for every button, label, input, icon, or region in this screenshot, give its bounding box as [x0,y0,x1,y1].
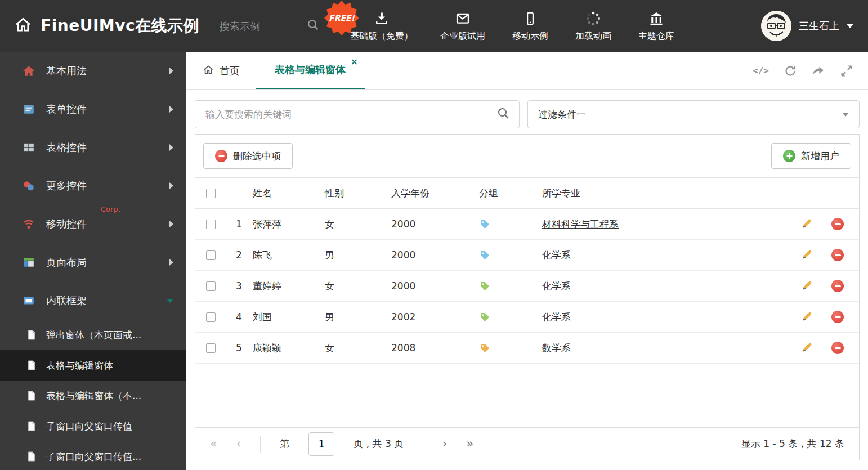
chevron-right-icon [169,221,173,227]
minus-circle-icon [215,150,227,162]
divider [423,436,423,453]
add-user-button[interactable]: 新增用户 [771,143,851,169]
tab-label: 表格与编辑窗体 [275,63,346,77]
row-checkbox[interactable] [206,312,216,322]
sidebar-subitem-child-to-parent[interactable]: 子窗口向父窗口传值 [0,411,186,441]
sidebar-item-page-layout[interactable]: 页面布局 [0,243,186,281]
share-forward-icon[interactable] [812,64,825,78]
cell-gender: 女 [325,218,391,231]
nav-label: 企业版试用 [440,30,485,42]
sidebar-subitem-grid-edit-window-2[interactable]: 表格与编辑窗体（不... [0,381,186,411]
envelope-icon [455,10,471,26]
sidebar-item-label: 表单控件 [46,102,87,116]
sidebar-item-basic-usage[interactable]: 基本用法 [0,52,186,90]
delete-row-button[interactable] [822,280,853,292]
cell-major-link[interactable]: 数学系 [542,342,571,353]
user-menu[interactable]: 三生石上 [761,11,853,41]
row-number: 5 [230,342,253,353]
close-icon[interactable]: × [351,56,358,67]
tag-icon [479,249,490,261]
source-code-icon[interactable]: </> [753,65,769,76]
top-bar: FineUIMvc在线示例 FREE! 基础版（免费） 企业版试用 [0,0,868,52]
header-search-input[interactable] [218,20,297,33]
row-checkbox[interactable] [206,343,216,353]
nav-label: 基础版（免费） [350,30,413,42]
nav-item-basic-free[interactable]: FREE! 基础版（免费） [350,10,413,42]
cell-major-link[interactable]: 化学系 [542,311,571,323]
edit-row-button[interactable] [793,310,822,324]
record-summary: 显示 1 - 5 条 , 共 12 条 [741,437,844,450]
cell-major-link[interactable]: 材料科学与工程系 [542,218,619,230]
select-all-checkbox[interactable] [206,189,216,198]
plus-circle-icon [783,150,795,162]
edit-row-button[interactable] [793,217,822,231]
cell-name: 康颖颖 [253,342,325,355]
sidebar-item-form-controls[interactable]: 表单控件 [0,90,186,128]
search-icon[interactable] [496,106,510,122]
prev-page-button[interactable]: ‹ [236,438,241,450]
first-page-button[interactable]: « [210,438,217,450]
sidebar-item-grid-controls[interactable]: 表格控件 [0,128,186,167]
grid-toolbar: 删除选中项 新增用户 [195,135,859,177]
sidebar-item-mobile-controls[interactable]: 移动控件 Corp. [0,205,186,243]
col-header-name: 姓名 [253,187,325,200]
file-icon [26,451,37,462]
signal-icon [23,218,35,230]
corp-badge: Corp. [101,205,120,213]
nav-item-theme-store[interactable]: 主题仓库 [638,10,674,42]
chevron-right-icon [169,68,173,74]
sidebar-subitem-popup-window[interactable]: 弹出窗体（本页面或... [0,320,186,350]
file-icon [26,420,37,432]
page-number-input[interactable] [308,432,334,456]
last-page-button[interactable]: » [467,438,474,450]
refresh-icon[interactable] [784,64,797,78]
filter-dropdown[interactable]: 过滤条件一 [527,100,860,128]
nav-item-loading-anim[interactable]: 加载动画 [575,10,611,42]
delete-row-button[interactable] [822,249,853,261]
user-name: 三生石上 [799,19,839,33]
sidebar-subitem-child-to-parent-2[interactable]: 子窗口向父窗口传值... [0,441,186,470]
table-row: 2 陈飞 男 2000 化学系 [195,240,859,271]
delete-row-button[interactable] [822,218,853,230]
tab-grid-edit-window[interactable]: 表格与编辑窗体 × [256,52,365,89]
sidebar-item-iframe[interactable]: 内联框架 [0,281,186,320]
delete-row-button[interactable] [822,311,853,323]
pencil-icon [801,217,813,231]
table-search-input[interactable] [204,108,496,120]
cell-year: 2002 [391,311,479,323]
cell-major-link[interactable]: 化学系 [542,249,571,261]
free-badge: FREE! [324,1,359,35]
nav-item-enterprise-trial[interactable]: 企业版试用 [440,10,485,42]
sidebar-subitem-grid-edit-window[interactable]: 表格与编辑窗体 [0,350,186,381]
table-row: 4 刘国 男 2002 化学系 [195,302,859,333]
tab-bar: 首页 表格与编辑窗体 × </> [186,52,868,90]
nav-label: 移动示例 [512,30,548,42]
brand[interactable]: FineUIMvc在线示例 [0,15,199,37]
row-checkbox[interactable] [206,281,216,291]
minus-circle-icon [831,280,844,292]
cell-major-link[interactable]: 化学系 [542,280,571,292]
search-icon[interactable] [306,18,320,34]
delete-row-button[interactable] [822,342,853,354]
delete-selected-button[interactable]: 删除选中项 [203,143,293,169]
sidebar-subitem-label: 弹出窗体（本页面或... [46,329,141,342]
tab-home[interactable]: 首页 [195,52,248,89]
page-total-label: 页 , 共 3 页 [354,437,404,450]
sidebar-item-label-wrap: 移动控件 [46,217,87,231]
sidebar-item-label: 内联框架 [46,294,87,307]
table-row: 1 张萍萍 女 2000 材料科学与工程系 [195,209,859,240]
row-number: 4 [230,311,253,323]
edit-row-button[interactable] [793,279,822,293]
next-page-button[interactable]: › [442,438,447,450]
row-checkbox[interactable] [206,250,216,260]
nav-item-mobile-demo[interactable]: 移动示例 [512,10,548,42]
expand-icon[interactable] [840,64,853,78]
tab-label: 首页 [220,64,240,78]
main-content: 首页 表格与编辑窗体 × </> 过滤条件一 [186,52,868,470]
sidebar-subitem-label: 表格与编辑窗体（不... [46,390,141,402]
row-checkbox[interactable] [206,220,216,229]
cell-name: 张萍萍 [253,218,325,231]
edit-row-button[interactable] [793,248,822,262]
sidebar-item-more-controls[interactable]: 更多控件 [0,167,186,205]
edit-row-button[interactable] [793,341,822,355]
